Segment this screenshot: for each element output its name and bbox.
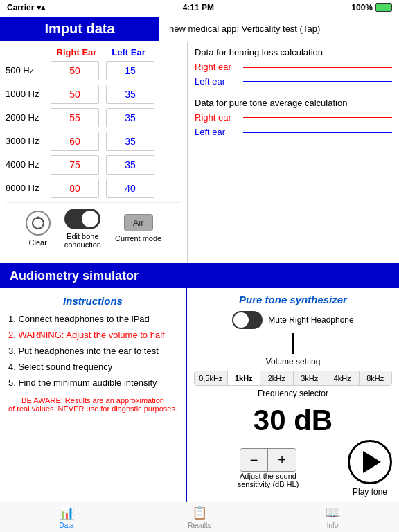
battery-icon <box>375 3 392 12</box>
mute-label: Mute Right Headphone <box>268 315 353 325</box>
left-ear-input[interactable] <box>106 179 154 198</box>
left-panel: Right Ear Left Ear 500 Hz 1000 Hz 2000 H… <box>0 42 187 263</box>
tab-data[interactable]: 📊 Data <box>0 502 133 532</box>
right-ear-header: Right Ear <box>51 47 103 58</box>
left-ear-input[interactable] <box>106 132 154 151</box>
header-row: Imput data new medical app: Verticality … <box>0 15 399 42</box>
instructions-note: BE AWARE: Results are an approximationof… <box>8 396 177 413</box>
avg-left-ear-label: Left ear <box>195 127 236 137</box>
freq-select-btn[interactable]: 8kHz <box>360 371 392 385</box>
left-ear-input[interactable] <box>106 61 154 80</box>
air-mode-button[interactable]: Air <box>124 214 153 231</box>
db-display: 30 dB <box>194 404 392 437</box>
right-ear-input[interactable] <box>51 61 99 80</box>
right-ear-input[interactable] <box>51 179 99 198</box>
avg-right-ear-line <box>243 117 392 118</box>
avg-left-ear-line <box>243 132 392 133</box>
play-icon <box>363 451 381 473</box>
controls-row: Clear Edit bone conduction Air Current m… <box>6 202 181 254</box>
right-ear-input[interactable] <box>51 108 99 127</box>
freq-label: 2000 Hz <box>6 112 51 123</box>
hearing-right-ear-row: Right ear <box>195 62 392 72</box>
freq-select-btn[interactable]: 3kHz <box>294 371 327 385</box>
freq-label: 8000 Hz <box>6 183 51 193</box>
freq-select-btn[interactable]: 0,5kHz <box>195 371 228 385</box>
instruction-item: 4. Select sound frequency <box>8 362 177 372</box>
db-buttons: − + <box>240 448 296 472</box>
volume-label: Volume setting <box>194 357 392 366</box>
instructions-title: Instructions <box>8 295 177 307</box>
audiometry-header: Audiometry simulator <box>0 263 399 288</box>
avg-right-ear-label: Right ear <box>195 112 236 123</box>
play-tone-button[interactable] <box>348 440 392 484</box>
synth-panel: Pure tone synthesizer Mute Right Headpho… <box>187 288 399 502</box>
synth-title: Pure tone synthesizer <box>194 294 392 305</box>
edit-bone-control[interactable]: Edit bone conduction <box>64 209 101 249</box>
header-notice[interactable]: new medical app: Verticality test (Tap) <box>159 24 399 34</box>
frequency-rows: 500 Hz 1000 Hz 2000 Hz 3000 Hz 4000 Hz 8… <box>6 61 181 198</box>
right-panel: Data for hearing loss calculation Right … <box>187 42 399 263</box>
right-ear-input[interactable] <box>51 85 99 104</box>
edit-bone-label: Edit bone conduction <box>64 232 101 249</box>
mute-toggle[interactable] <box>232 311 263 329</box>
edit-bone-toggle[interactable] <box>64 209 100 229</box>
left-ear-input[interactable] <box>106 108 154 127</box>
avg-left-ear-row: Left ear <box>195 127 392 137</box>
freq-select-btn[interactable]: 4kHz <box>326 371 360 385</box>
instruction-item: 1. Connect headphones to the iPad <box>8 314 177 324</box>
freq-row: 3000 Hz <box>6 132 181 151</box>
db-controls-area: − + Adjust the soundsensitivity (dB HL) … <box>194 440 392 497</box>
instruction-item: 2. WARNING: Adjust the volume to half <box>8 330 177 340</box>
clear-label: Clear <box>29 238 47 247</box>
status-bar: Carrier ▾▴ 4:11 PM 100% <box>0 0 399 15</box>
tab-results[interactable]: 📋 Results <box>133 502 266 532</box>
right-ear-input[interactable] <box>51 132 99 151</box>
freq-label: 3000 Hz <box>6 136 51 146</box>
db-adjust-section: − + Adjust the soundsensitivity (dB HL) <box>194 448 342 488</box>
info-tab-icon: 📖 <box>325 505 340 520</box>
play-tone-label: Play tone <box>353 487 387 497</box>
instruction-item: 5. Find the minimum audible intensity <box>8 378 177 388</box>
simulator-area: Instructions 1. Connect headphones to th… <box>0 288 399 502</box>
freq-select-btn[interactable]: 1kHz <box>228 371 261 385</box>
time-label: 4:11 PM <box>183 3 214 12</box>
db-plus-button[interactable]: + <box>268 449 296 471</box>
freq-label: 500 Hz <box>6 65 51 76</box>
left-ear-header: Left Ear <box>103 47 154 58</box>
tab-info[interactable]: 📖 Info <box>266 502 399 532</box>
hearing-left-ear-line <box>243 81 392 82</box>
data-tab-icon: 📊 <box>59 505 74 520</box>
hearing-right-ear-line <box>243 66 392 68</box>
battery-label: 100% <box>351 3 373 12</box>
data-tab-label: Data <box>59 522 73 529</box>
left-ear-input[interactable] <box>106 155 154 175</box>
avg-right-ear-row: Right ear <box>195 112 392 123</box>
hearing-loss-title: Data for hearing loss calculation <box>195 47 392 57</box>
freq-row: 1000 Hz <box>6 85 181 104</box>
status-left: Carrier ▾▴ <box>7 3 45 12</box>
pure-avg-section: Data for pure tone average calculation R… <box>195 98 392 137</box>
freq-label: 1000 Hz <box>6 89 51 99</box>
carrier-label: Carrier <box>7 3 34 12</box>
freq-row: 4000 Hz <box>6 155 181 175</box>
clear-control[interactable]: Clear <box>26 211 51 247</box>
pure-avg-title: Data for pure tone average calculation <box>195 98 392 108</box>
info-tab-label: Info <box>327 522 339 529</box>
volume-bar <box>292 333 294 354</box>
right-ear-input[interactable] <box>51 155 99 175</box>
left-ear-input[interactable] <box>106 85 154 104</box>
hearing-left-ear-row: Left ear <box>195 76 392 87</box>
clear-button[interactable] <box>26 211 51 236</box>
app-title: Imput data <box>0 17 159 41</box>
freq-row: 8000 Hz <box>6 179 181 198</box>
play-tone-area: Play tone <box>348 440 392 497</box>
current-mode-control: Air Current mode <box>115 214 161 242</box>
main-content: Right Ear Left Ear 500 Hz 1000 Hz 2000 H… <box>0 42 399 263</box>
audiometry-title: Audiometry simulator <box>10 269 139 283</box>
db-minus-button[interactable]: − <box>240 449 268 471</box>
freq-select-btn[interactable]: 2kHz <box>260 371 294 385</box>
instructions-list: 1. Connect headphones to the iPad2. WARN… <box>8 314 177 388</box>
toggle-knob <box>82 211 98 227</box>
results-tab-label: Results <box>188 522 211 529</box>
tab-bar: 📊 Data 📋 Results 📖 Info <box>0 502 399 532</box>
